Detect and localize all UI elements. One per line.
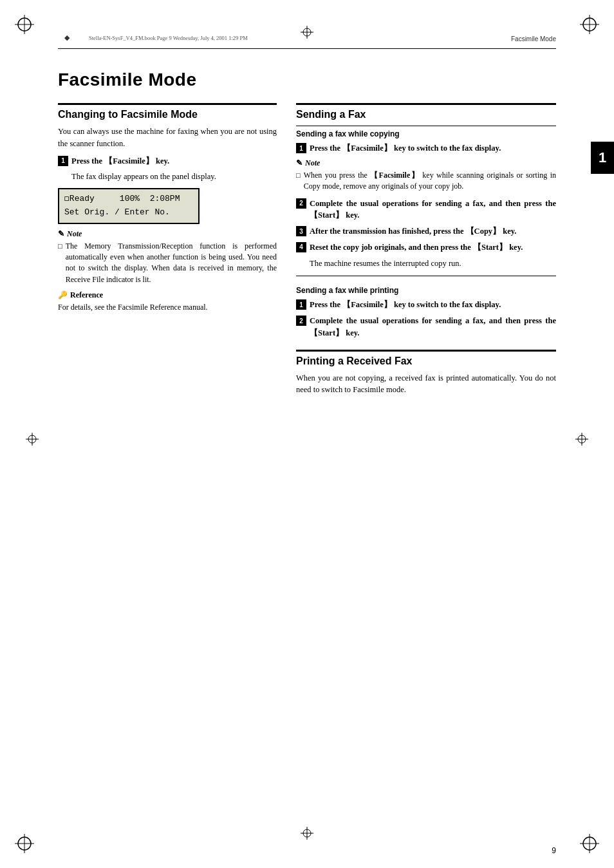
left-note-section: ✎ Note □ The Memory Transmission/Recepti… [58,229,277,286]
left-note-item-1: □ The Memory Transmission/Reception func… [58,241,277,286]
columns: Changing to Facsimile Mode You can alway… [58,103,556,401]
corner-mark-br [577,831,602,856]
right-section2-body: When you are not copying, a received fax… [296,372,556,397]
right-note-header: ✎ Note [296,158,556,168]
left-reference-section: 🔑 Reference For details, see the Facsimi… [58,290,277,313]
right-sub1-step4-text: Reset the copy job originals, and then p… [310,241,556,254]
page-number: 9 [552,846,556,855]
right-section2-header: Printing a Received Fax [296,350,556,367]
right-sub1-step2-text: Complete the usual operations for sendin… [310,198,556,222]
corner-mark-tr [577,12,602,37]
reference-icon: 🔑 [58,290,68,300]
right-sub1-step2-number: 2 [296,198,306,209]
right-sub1-step3: 3 After the transmission has finished, p… [296,225,556,238]
main-content: Facsimile Mode Changing to Facsimile Mod… [58,58,556,810]
lcd-line2: Set Orig. / Enter No. [64,207,170,217]
right-sub2-step2-text: Complete the usual operations for sendin… [310,315,556,339]
left-note-header: ✎ Note [58,229,277,239]
right-note-text-1: When you press the 【Facsimile】 key while… [304,170,556,193]
left-step-1-body: The fax display appears on the panel dis… [71,171,277,183]
right-note-section: ✎ Note □ When you press the 【Facsimile】 … [296,158,556,193]
left-column: Changing to Facsimile Mode You can alway… [58,103,277,401]
right-sub2-step1: 1 Press the 【Facsimile】 key to switch to… [296,299,556,311]
left-note-bullet-1: □ [58,241,62,252]
left-section-header: Changing to Facsimile Mode [58,103,277,120]
right-sub1-step1-number: 1 [296,143,306,153]
right-sub1-step1-text: Press the 【Facsimile】 key to switch to t… [310,142,556,155]
lcd-display: ◻Ready 100% 2:08PM Set Orig. / Enter No. [58,188,200,224]
right-note-item-1: □ When you press the 【Facsimile】 key whi… [296,170,556,193]
crosshair-right [574,431,590,449]
right-column: Sending a Fax Sending a fax while copyin… [296,103,556,401]
right-sub1-step3-number: 3 [296,226,306,236]
right-sub2-step2: 2 Complete the usual operations for send… [296,315,556,339]
page-title: Facsimile Mode [58,70,556,90]
right-sub1-step4-body: The machine resumes the interrupted copy… [310,258,556,270]
left-step-1: 1 Press the 【Facsimile】 key. [58,155,277,167]
right-sub2-step1-text: Press the 【Facsimile】 key to switch to t… [310,299,556,311]
right-sub1-step4: 4 Reset the copy job originals, and then… [296,241,556,254]
note-icon: ✎ [58,229,64,239]
chapter-tab: 1 [591,142,614,174]
page: ◆ Stella-EN-SysF_V4_FM.book Page 9 Wedne… [0,0,614,868]
header-arrow: ◆ [64,33,70,42]
left-reference-header-text: Reference [70,290,103,300]
left-reference-text: For details, see the Facsimile Reference… [58,302,277,313]
right-sub1-step1: 1 Press the 【Facsimile】 key to switch to… [296,142,556,155]
left-intro-text: You can always use the machine for faxin… [58,126,277,150]
left-note-text-1: The Memory Transmission/Reception functi… [66,241,277,286]
top-header: ◆ Stella-EN-SysF_V4_FM.book Page 9 Wedne… [58,33,556,42]
subsection1-header: Sending a fax while copying [296,126,556,138]
header-right-label: Facsimile Mode [511,35,556,42]
right-sub2-step1-number: 1 [296,299,306,310]
left-step-1-text: Press the 【Facsimile】 key. [71,155,277,167]
left-step-1-number: 1 [58,156,68,166]
lcd-line1: ◻Ready 100% 2:08PM [64,194,180,203]
crosshair-left [24,431,40,449]
header-line [58,48,556,49]
right-note-bullet-1: □ [296,171,301,181]
crosshair-bottom [299,826,315,844]
right-sub2-step2-number: 2 [296,316,306,326]
header-filename: Stella-EN-SysF_V4_FM.book Page 9 Wednesd… [89,35,248,41]
right-sub1-step3-text: After the transmission has finished, pre… [310,225,556,238]
right-sub1-step4-number: 4 [296,242,306,252]
right-note-icon: ✎ [296,158,302,168]
right-section-header: Sending a Fax [296,103,556,120]
corner-mark-bl [12,831,37,856]
subsection-divider [296,276,556,276]
right-note-header-text: Note [305,158,320,168]
corner-mark-tl [12,12,37,37]
left-note-header-text: Note [67,229,82,239]
left-reference-header: 🔑 Reference [58,290,277,300]
right-sub1-step2: 2 Complete the usual operations for send… [296,198,556,222]
subsection2-header: Sending a fax while printing [296,283,556,295]
chapter-number: 1 [599,149,606,166]
